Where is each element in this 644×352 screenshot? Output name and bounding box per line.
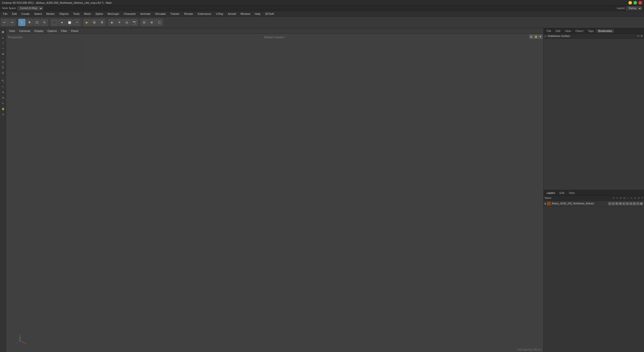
menu-mesh[interactable]: Mesh	[82, 12, 93, 16]
move-button[interactable]: ✥	[26, 19, 33, 26]
viewport-fullscreen-button[interactable]: ⊞	[529, 35, 533, 39]
subdivision-surface-visibility[interactable]: 👁	[640, 35, 643, 37]
sidebar-misc-btn[interactable]: ⊙	[1, 112, 6, 117]
menu-character[interactable]: Character	[122, 12, 138, 16]
snap-button[interactable]: ⊕	[148, 19, 155, 26]
viewport-filter-menu[interactable]: Filter	[60, 29, 68, 33]
layer-deform-btn[interactable]: D	[633, 202, 636, 205]
toolbar-separator-3	[82, 19, 82, 26]
sidebar-model-btn[interactable]: ▣	[1, 29, 6, 34]
layers-tab-edit[interactable]: Edit	[557, 191, 566, 195]
sidebar-edge-btn[interactable]: ╱	[1, 40, 6, 45]
layer-solo-btn[interactable]: S	[608, 202, 611, 205]
undo-button[interactable]: ↩	[1, 19, 8, 26]
light-button[interactable]: ☀	[116, 19, 123, 26]
scale-button[interactable]: ⊡	[33, 19, 41, 26]
render-button[interactable]: ▶	[83, 19, 90, 26]
sidebar-point-btn[interactable]: •	[1, 46, 6, 51]
cylinder-button[interactable]: ⬤	[66, 19, 73, 26]
cube-button[interactable]: ⬛	[51, 19, 58, 26]
sidebar-tag-btn[interactable]: 🔒	[1, 106, 6, 111]
menu-select[interactable]: Select	[32, 12, 44, 16]
sidebar-sculpt-btn[interactable]: 🔨	[1, 78, 6, 83]
perspective-button[interactable]: ◈	[108, 19, 115, 26]
layout-select[interactable]: Startup	[626, 6, 642, 10]
menu-3dtoai[interactable]: 3DToAI	[263, 12, 276, 16]
render-region-button[interactable]: ⊞	[91, 19, 98, 26]
menu-v-ray[interactable]: V-Ray	[214, 12, 225, 16]
tab-object[interactable]: Object	[573, 29, 585, 33]
menu-arnold[interactable]: Arnold	[226, 12, 238, 16]
sidebar-dynamics-btn[interactable]: ≋	[1, 95, 6, 100]
viewport-options-menu[interactable]: Options	[46, 29, 58, 33]
sidebar-motion-btn[interactable]: ≈	[1, 84, 6, 89]
rotate-button[interactable]: ↻	[41, 19, 48, 26]
layers-content: Name S V R M L A G D T ▶	[544, 196, 644, 352]
viewport-panel-menu[interactable]: Panel	[70, 29, 79, 33]
menu-extensions[interactable]: Extensions	[196, 12, 213, 16]
menu-render[interactable]: Render	[182, 12, 195, 16]
material-button[interactable]: ◎	[123, 19, 130, 26]
grid-button[interactable]: ⊟	[141, 19, 148, 26]
camera-button[interactable]: 📷	[131, 19, 138, 26]
sidebar-uvw-btn[interactable]: ⊞	[1, 51, 6, 56]
live-select-button[interactable]: ↖	[18, 19, 25, 26]
viewport-settings-button[interactable]: ▼	[538, 35, 542, 39]
minimize-button[interactable]	[628, 1, 632, 5]
window-controls[interactable]	[628, 1, 642, 5]
tab-tags[interactable]: Tags	[586, 29, 596, 33]
sphere-button[interactable]: ●	[58, 19, 65, 26]
viewport-lock-button[interactable]: 🔒	[534, 35, 538, 39]
layer-lock-btn[interactable]: L	[622, 202, 625, 205]
menu-file[interactable]: File	[1, 12, 10, 16]
sidebar-particles-btn[interactable]: ∗	[1, 90, 6, 95]
layers-tab-view[interactable]: View	[567, 191, 577, 195]
menu-mograph[interactable]: MoGraph	[106, 12, 121, 16]
layer-row-airbus[interactable]: ▶ Airbus_A330_200_Northwest_Airlines S V…	[544, 201, 644, 207]
workplane-button[interactable]: ⬡	[156, 19, 163, 26]
layers-tab-layers[interactable]: Layers	[545, 191, 557, 195]
maximize-button[interactable]	[633, 1, 637, 5]
viewport-controls[interactable]: ⊞ 🔒 ▼	[529, 35, 542, 39]
sidebar-layer-btn[interactable]: ≡	[1, 101, 6, 106]
sidebar-paint-btn[interactable]: S	[1, 59, 6, 64]
viewport-view-menu[interactable]: View	[8, 29, 16, 33]
menu-simulate[interactable]: Simulate	[153, 12, 168, 16]
menu-spline[interactable]: Spline	[93, 12, 105, 16]
viewport-3d[interactable]: ✈ Perspective Default Camera * Grid Spac…	[6, 34, 543, 352]
menu-help[interactable]: Help	[253, 12, 263, 16]
layer-gen-btn[interactable]: G	[629, 202, 632, 205]
sidebar-spline-btn[interactable]: S	[1, 65, 6, 70]
menu-tracker[interactable]: Tracker	[168, 12, 182, 16]
menu-edit[interactable]: Edit	[10, 12, 19, 16]
viewport-cameras-menu[interactable]: Cameras	[18, 29, 31, 33]
render-settings-button[interactable]: ⚙	[98, 19, 105, 26]
menu-animate[interactable]: Animate	[138, 12, 152, 16]
layer-expr-btn[interactable]: T	[636, 202, 639, 205]
close-button[interactable]	[638, 1, 642, 5]
layer-manager-btn[interactable]: M	[619, 202, 622, 205]
layer-anim-btn[interactable]: A	[626, 202, 629, 205]
menu-create[interactable]: Create	[19, 12, 32, 16]
menu-objects[interactable]: Objects	[57, 12, 70, 16]
tab-bookmarks[interactable]: Bookmarks	[596, 29, 614, 33]
redo-button[interactable]: ↪	[9, 19, 16, 26]
subdivision-surface-tag-edit[interactable]: ✏	[637, 35, 639, 37]
layer-extra1-btn[interactable]: ▶	[640, 202, 643, 205]
viewport-display-menu[interactable]: Display	[33, 29, 44, 33]
layer-visible-btn[interactable]: V	[612, 202, 615, 205]
viewport-camera-label: Default Camera *	[264, 36, 285, 39]
svg-text:Y: Y	[19, 334, 21, 336]
menu-modes[interactable]: Modes	[44, 12, 57, 16]
node-space-select[interactable]: Current (V-Ray)	[18, 6, 43, 10]
menu-window[interactable]: Window	[238, 12, 252, 16]
sidebar-deform-btn[interactable]: S	[1, 70, 6, 75]
layer-expand[interactable]: ▶	[545, 202, 547, 205]
menu-tools[interactable]: Tools	[71, 12, 82, 16]
tab-view[interactable]: View	[563, 29, 573, 33]
sidebar-polygon-btn[interactable]: △	[1, 35, 6, 40]
null-button[interactable]: +	[73, 19, 80, 26]
layer-render-btn[interactable]: R	[615, 202, 618, 205]
tab-edit[interactable]: Edit	[554, 29, 562, 33]
tab-file[interactable]: File	[545, 29, 553, 33]
